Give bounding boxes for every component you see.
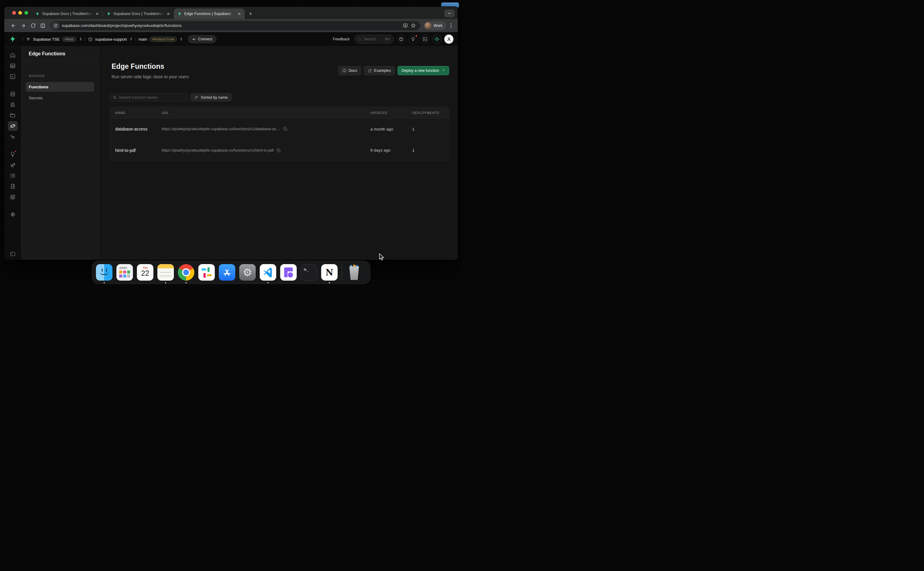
- site-settings-button[interactable]: [52, 22, 59, 29]
- nav-realtime[interactable]: [8, 132, 18, 142]
- branch-switcher-chevrons[interactable]: ▲▼: [180, 37, 182, 41]
- dock-calendar[interactable]: Thu 22: [137, 264, 153, 281]
- nav-database[interactable]: [8, 89, 18, 99]
- global-search-button[interactable]: Search... ⌘K: [354, 34, 394, 44]
- dock-notion[interactable]: N: [321, 264, 338, 281]
- nav-api-docs[interactable]: [8, 181, 18, 191]
- new-tab-button[interactable]: +: [246, 10, 254, 18]
- bookmark-button[interactable]: [409, 22, 417, 30]
- tab-supabase-docs-1[interactable]: Supabase Docs | Troubleshoo ✕: [32, 9, 103, 19]
- dock-chrome[interactable]: [178, 264, 194, 281]
- supabase-favicon: [177, 12, 182, 16]
- dock-finder[interactable]: [96, 264, 112, 281]
- copy-url-button[interactable]: [277, 148, 281, 153]
- collapse-sidebar-button[interactable]: [4, 251, 21, 257]
- minimize-window-button[interactable]: [18, 11, 22, 15]
- browser-profile-chip[interactable]: Work: [424, 22, 446, 30]
- close-tab-icon[interactable]: ✕: [166, 11, 171, 16]
- table-row[interactable]: database-access https://qiuwhyoiycwkuobq…: [110, 119, 449, 140]
- sidebar-item-secrets[interactable]: Secrets: [26, 93, 94, 103]
- dock-trash[interactable]: [346, 264, 362, 281]
- close-tab-icon[interactable]: ✕: [237, 11, 242, 16]
- app-store-icon: [219, 264, 235, 281]
- app-header: / Supabase TSE FREE ▲▼ / supabase-suppor…: [4, 32, 458, 46]
- project-switcher-chevrons[interactable]: ▲▼: [130, 37, 132, 41]
- close-window-button[interactable]: [12, 11, 16, 15]
- nav-project-settings[interactable]: [8, 209, 18, 219]
- breadcrumb-project[interactable]: supabase-support ▲▼: [88, 37, 132, 42]
- ai-diamond-icon: [434, 37, 439, 42]
- function-name[interactable]: html-to-pdf: [110, 148, 162, 153]
- dock-app-store[interactable]: [219, 264, 235, 281]
- dock-notes[interactable]: [157, 264, 174, 281]
- feedback-button[interactable]: Feedback: [333, 37, 350, 41]
- back-button[interactable]: [9, 22, 18, 30]
- nav-advisors[interactable]: [8, 149, 18, 159]
- logs-list-icon: [10, 173, 15, 179]
- ai-assistant-button[interactable]: [432, 34, 442, 44]
- function-name[interactable]: database-access: [110, 127, 162, 131]
- reload-button[interactable]: [29, 22, 37, 30]
- notifications-button[interactable]: [408, 34, 418, 44]
- deploy-new-function-button[interactable]: Deploy a new function: [397, 66, 449, 75]
- collapse-panel-icon: [10, 251, 15, 257]
- forward-button[interactable]: [19, 22, 28, 30]
- nav-integrations[interactable]: [8, 192, 18, 202]
- tab-edge-functions-active[interactable]: Edge Functions | Supabase ✕: [174, 9, 245, 19]
- zoom-window-button[interactable]: [25, 11, 28, 15]
- nav-reports[interactable]: [8, 160, 18, 170]
- nav-table-editor[interactable]: [8, 61, 18, 71]
- dock-vscode[interactable]: [260, 264, 276, 281]
- help-icon: [399, 37, 403, 42]
- nav-sql-editor[interactable]: [8, 71, 18, 81]
- sidebar-section-label: MANAGE: [26, 74, 94, 78]
- running-indicator: [185, 282, 187, 283]
- function-search-field[interactable]: [110, 93, 188, 102]
- tab-supabase-docs-2[interactable]: Supabase Docs | Troubleshoo ✕: [103, 9, 174, 19]
- function-search-input[interactable]: [119, 96, 185, 100]
- supabase-logo[interactable]: [9, 36, 16, 43]
- terminal-button[interactable]: [420, 34, 430, 44]
- dock-system-settings[interactable]: ⚙: [239, 264, 256, 281]
- sidebar-item-functions[interactable]: Functions: [26, 82, 94, 92]
- address-bar[interactable]: supabase.com/dashboard/project/qiuwhyoiy…: [51, 21, 420, 30]
- nav-home[interactable]: [8, 50, 18, 60]
- plug-icon: [192, 37, 196, 41]
- search-icon: [113, 96, 117, 99]
- nav-authentication[interactable]: [8, 100, 18, 110]
- install-app-button[interactable]: [401, 22, 409, 30]
- dock-terminal[interactable]: >_: [301, 264, 317, 281]
- database-icon: [10, 91, 15, 97]
- calendar-icon: Thu 22: [137, 264, 153, 281]
- dock-front[interactable]: [280, 264, 297, 281]
- breadcrumb-org[interactable]: Supabase TSE FREE ▲▼: [26, 37, 82, 42]
- sort-button[interactable]: Sorted by name: [190, 93, 232, 102]
- help-button[interactable]: [397, 34, 406, 44]
- user-avatar-button[interactable]: [444, 34, 453, 44]
- table-row[interactable]: html-to-pdf https://qiuwhyoiycwkuobqirkr…: [110, 140, 449, 161]
- tab-search-chevron-button[interactable]: [444, 9, 455, 17]
- forward-arrow-icon: [20, 23, 26, 28]
- nav-storage[interactable]: [8, 110, 18, 120]
- terminal-icon: >_: [301, 264, 317, 281]
- connect-button[interactable]: Connect: [188, 35, 216, 43]
- column-url: URL: [162, 111, 370, 115]
- nav-logs[interactable]: [8, 171, 18, 181]
- dock-divider: [342, 264, 342, 281]
- close-tab-icon[interactable]: ✕: [95, 11, 100, 16]
- examples-button[interactable]: Examples: [364, 66, 395, 75]
- docs-button[interactable]: Docs: [338, 66, 361, 75]
- header-actions: Feedback Search... ⌘K: [333, 34, 453, 44]
- url-text[interactable]: supabase.com/dashboard/project/qiuwhyoiy…: [62, 23, 401, 28]
- org-switcher-chevrons[interactable]: ▲▼: [79, 37, 82, 41]
- breadcrumb-branch[interactable]: main PRODUCTION ▲▼: [139, 37, 182, 42]
- profile-avatar: [425, 22, 431, 29]
- dock-launchpad[interactable]: [116, 264, 133, 281]
- advisors-alert-dot: [14, 150, 17, 153]
- edge-functions-sidebar: Edge Functions MANAGE Functions Secrets: [22, 46, 99, 260]
- copy-url-button[interactable]: [283, 127, 288, 131]
- dock-slack[interactable]: [198, 264, 215, 281]
- browser-menu-button[interactable]: [447, 22, 455, 30]
- side-panel-button[interactable]: [38, 22, 47, 30]
- nav-edge-functions[interactable]: [8, 121, 18, 131]
